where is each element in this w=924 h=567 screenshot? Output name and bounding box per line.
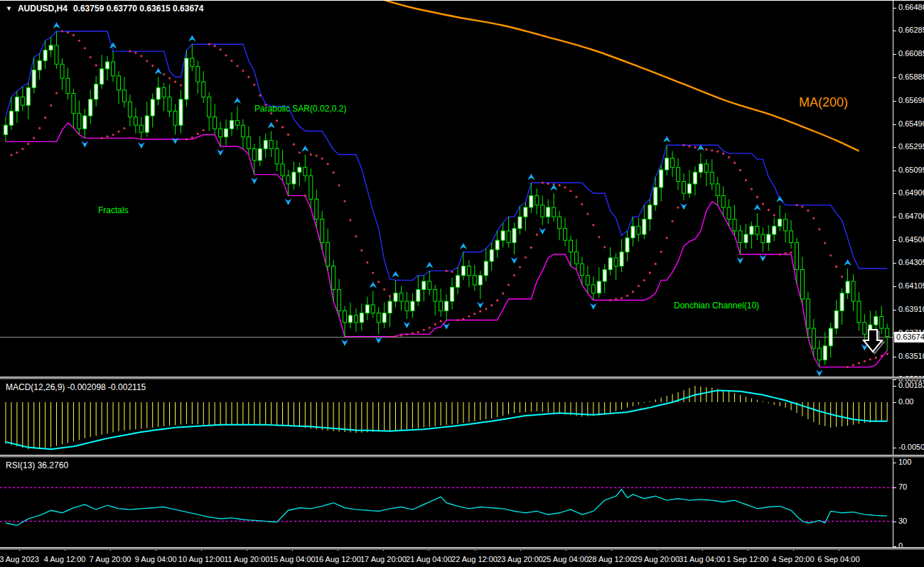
- time-tick-label: 9 Aug 04:00: [135, 555, 177, 563]
- axis-tick-mark: [893, 101, 896, 102]
- time-tick-label: 4 Aug 12:00: [44, 555, 86, 563]
- rsi-line: [6, 490, 887, 526]
- fractals-label: Fractals: [98, 205, 129, 215]
- current-price-tag: 0.63674: [894, 332, 924, 342]
- macd-panel-label: MACD(12,26,9) -0.002098 -0.002115: [6, 382, 146, 392]
- axis-tick-label: 0.63910: [898, 305, 924, 313]
- ohlc-values-label: 0.63759 0.63770 0.63615 0.63674: [73, 4, 204, 14]
- donchian-label: Donchian Channel(10): [674, 301, 759, 310]
- axis-tick-mark: [893, 263, 896, 264]
- fractal-arrows: [53, 22, 869, 377]
- time-tick-label: 23 Aug 20:00: [497, 555, 543, 563]
- axis-tick-mark: [893, 522, 896, 522]
- axis-tick-mark: [893, 386, 896, 387]
- time-tick-label: 15 Aug 04:00: [269, 555, 316, 563]
- axis-tick-mark: [893, 402, 896, 403]
- axis-tick-label: 0.64900: [898, 188, 924, 197]
- macd-histogram: [6, 386, 887, 449]
- axis-tick-mark: [893, 31, 896, 31]
- time-axis-separator: [0, 547, 924, 550]
- time-tick-label: 22 Aug 12:00: [451, 555, 498, 563]
- axis-tick-label: 0.65690: [898, 96, 924, 104]
- parabolic-sar-label: Parabolic SAR(0.02,0.2): [254, 104, 346, 114]
- axis-tick-label: 0.66480: [898, 3, 924, 11]
- ma200-label: MA(200): [799, 95, 848, 110]
- axis-tick-mark: [893, 448, 896, 448]
- time-tick-label: 16 Aug 12:00: [315, 555, 361, 563]
- axis-tick-mark: [893, 124, 896, 125]
- axis-tick-mark: [893, 77, 896, 78]
- axis-tick-mark: [893, 310, 896, 310]
- time-tick-label: 31 Aug 04:00: [679, 555, 725, 563]
- time-tick-label: 3 Aug 2023: [0, 555, 39, 563]
- axis-tick-label: 70: [898, 482, 907, 491]
- axis-tick-mark: [893, 286, 896, 287]
- axis-tick-label: 0.65490: [898, 119, 924, 128]
- time-tick-label: 6 Sep 04:00: [817, 555, 859, 563]
- axis-tick-label: 0.65095: [898, 166, 924, 174]
- axis-tick-mark: [893, 217, 896, 217]
- candles-layer: [4, 31, 889, 367]
- axis-tick-label: 0.64500: [898, 235, 924, 244]
- price-axis[interactable]: 0.664800.662850.660850.658850.656900.654…: [893, 1, 924, 550]
- time-tick-label: 29 Aug 20:00: [633, 555, 679, 563]
- time-tick-label: 11 Aug 20:00: [224, 555, 269, 563]
- axis-tick-label: 30: [898, 517, 907, 525]
- time-tick-label: 1 Sep 12:00: [726, 555, 768, 563]
- axis-tick-label: 100: [898, 458, 911, 466]
- axis-tick-label: 0.64105: [898, 281, 924, 290]
- axis-tick-mark: [893, 193, 896, 194]
- axis-tick-mark: [893, 487, 896, 488]
- axis-tick-label: 0.00: [898, 397, 913, 406]
- axis-tick-label: 0.63510: [898, 352, 924, 360]
- time-tick-label: 10 Aug 12:00: [178, 555, 225, 563]
- axis-tick-mark: [893, 54, 896, 55]
- axis-tick-mark: [893, 463, 896, 463]
- time-tick-label: 25 Aug 04:00: [542, 555, 589, 563]
- time-tick-label: 17 Aug 20:00: [360, 555, 407, 563]
- axis-tick-mark: [893, 240, 896, 241]
- price-chart-canvas[interactable]: [0, 1, 893, 377]
- panel-separator-macd[interactable]: [0, 377, 924, 379]
- symbol-period-label: AUDUSD,H4: [18, 4, 68, 14]
- axis-tick-label: 0.66085: [898, 49, 924, 58]
- axis-tick-label: -0.005006: [898, 443, 924, 451]
- axis-tick-label: 0.66285: [898, 26, 924, 34]
- panel-separator-rsi[interactable]: [0, 455, 924, 458]
- axis-tick-label: 0.64305: [898, 258, 924, 266]
- chart-title-bar: ▼ AUDUSD,H4 0.63759 0.63770 0.63615 0.63…: [6, 4, 203, 14]
- axis-tick-label: 0.64700: [898, 212, 924, 220]
- rsi-panel-canvas[interactable]: [0, 458, 893, 547]
- time-axis[interactable]: 3 Aug 20234 Aug 12:007 Aug 20:009 Aug 04…: [0, 550, 924, 567]
- rsi-panel-label: RSI(13) 36.2760: [6, 460, 68, 470]
- chart-window[interactable]: ▼ AUDUSD,H4 0.63759 0.63770 0.63615 0.63…: [0, 0, 924, 567]
- axis-tick-label: 0.001836: [898, 381, 924, 389]
- axis-tick-label: 0.65885: [898, 72, 924, 81]
- ma200-line: [379, 1, 859, 151]
- axis-tick-label: 0.65295: [898, 142, 924, 151]
- symbol-dropdown-icon[interactable]: ▼: [6, 6, 12, 12]
- axis-tick-mark: [893, 8, 896, 9]
- time-tick-label: 7 Aug 20:00: [90, 555, 131, 563]
- axis-tick-mark: [893, 171, 896, 171]
- parabolic-sar-dots: [10, 30, 888, 368]
- time-tick-label: 21 Aug 04:00: [406, 555, 452, 563]
- time-tick-label: 4 Sep 20:00: [772, 555, 814, 563]
- time-tick-label: 28 Aug 12:00: [588, 555, 634, 563]
- axis-tick-mark: [893, 147, 896, 148]
- axis-tick-mark: [893, 357, 896, 357]
- axis-tick-mark: [893, 379, 896, 380]
